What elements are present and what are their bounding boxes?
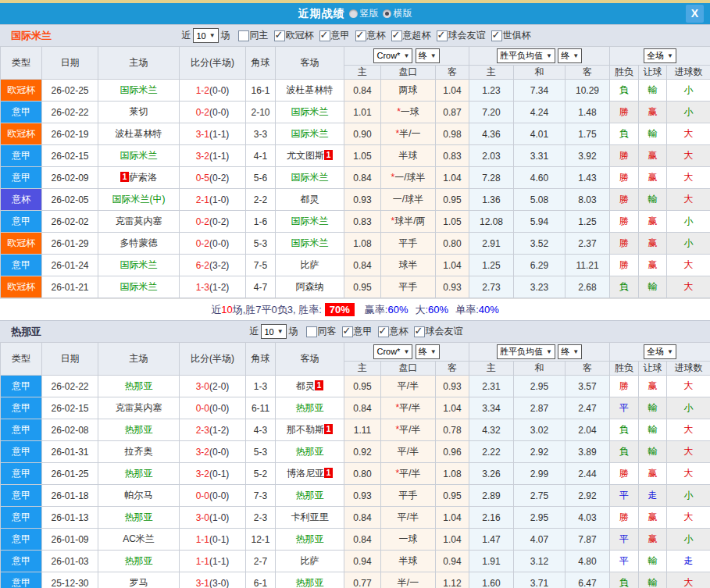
summary-stat-value: 60% [428, 304, 448, 315]
asian-home-odds: 0.84 [344, 255, 381, 276]
date-cell: 26-02-25 [42, 80, 98, 102]
final-odds-select[interactable]: 终▼ [416, 48, 440, 63]
asian-handicap-cell: 半球 [381, 145, 436, 167]
avg-odds-select[interactable]: 胜平负均值▼ [497, 344, 555, 359]
same-venue-checkbox[interactable] [306, 326, 317, 337]
select-value: 终 [561, 50, 569, 62]
away-team-name: 国际米兰 [291, 106, 329, 117]
avg-odds-select[interactable]: 胜平负均值▼ [497, 48, 555, 63]
avg-home-odds: 12.08 [469, 211, 514, 233]
league-checkbox[interactable] [342, 326, 353, 337]
date-cell: 26-01-03 [42, 551, 98, 572]
handicap-line: 平/半 [398, 511, 419, 522]
league-checkbox[interactable] [414, 326, 425, 337]
layout-radio-horizontal[interactable]: 横版 [383, 7, 412, 20]
result-goals-cell: 小 [667, 397, 710, 419]
close-button[interactable]: X [686, 5, 704, 23]
result-wdl-cell: 平 [610, 529, 639, 551]
layout-radio-vertical[interactable]: 竖版 [349, 7, 379, 20]
home-team-cell: 克雷莫内塞 [98, 397, 180, 419]
away-team-cell: 都灵1 [276, 376, 344, 397]
final-odds-select[interactable]: 终▼ [416, 344, 440, 359]
score-cell: 2-3(1-2) [180, 419, 246, 441]
column-header: 客场 [276, 343, 344, 376]
league-label: 世俱杯 [503, 29, 531, 42]
fulltime-score: 3-2 [196, 447, 209, 458]
match-row: 意甲26-02-15克雷莫内塞0-0(0-0)6-11热那亚0.84*平/半1.… [1, 397, 710, 419]
score-cell: 0-5(0-2) [180, 167, 246, 189]
league-label: 意甲 [331, 29, 350, 42]
radio-unselected-icon[interactable] [349, 9, 358, 18]
score-cell: 3-0(2-0) [180, 376, 246, 397]
home-team-cell: 热那亚 [98, 376, 180, 397]
result-handicap-cell: 輸 [639, 123, 667, 145]
league-checkbox[interactable] [274, 30, 285, 41]
date-cell: 26-02-05 [42, 189, 98, 211]
fulltime-score: 0-5 [196, 173, 209, 184]
same-venue-checkbox[interactable] [238, 30, 249, 41]
radio-selected-icon[interactable] [383, 9, 391, 18]
league-checkbox[interactable] [378, 326, 389, 337]
sub-column-header: 和 [514, 362, 566, 376]
league-checkbox[interactable] [491, 30, 502, 41]
results-table: 类型日期主场比分(半场)角球客场Crow*▼ 终▼胜平负均值▼ 终▼全场▼主盘口… [0, 342, 710, 588]
result-group-header: 全场▼ [610, 343, 710, 362]
odds-provider-select[interactable]: Crow*▼ [373, 48, 412, 63]
home-team-name: 莱切 [130, 106, 148, 117]
corner-cell: 2-2 [246, 189, 276, 211]
fulltime-score: 3-2 [196, 151, 209, 162]
avg-home-odds: 1.36 [469, 189, 514, 211]
avg-home-odds: 2.91 [469, 233, 514, 255]
avg-away-odds: 2.04 [566, 419, 610, 441]
titlebar: 近期战绩 竖版 横版 X [0, 3, 710, 24]
away-team-name: 热那亚 [296, 577, 324, 588]
result-handicap-cell: 赢 [639, 211, 667, 233]
corner-cell: 4-3 [246, 419, 276, 441]
home-team-name: 罗马 [130, 577, 148, 588]
fulltime-select[interactable]: 全场▼ [644, 48, 676, 63]
corner-cell: 3-3 [246, 123, 276, 145]
home-team-cell: 克雷莫内塞 [98, 211, 180, 233]
match-row: 意甲26-02-22莱切0-2(0-0)2-10国际米兰1.01*一球0.877… [1, 102, 710, 123]
fulltime-score: 0-2 [196, 238, 209, 249]
result-handicap-cell: 輸 [639, 572, 667, 588]
result-goals-cell: 走 [667, 551, 710, 572]
chevron-down-icon: ▼ [430, 348, 437, 355]
asian-handicap-cell: *平/半 [381, 397, 436, 419]
avg-final-select[interactable]: 终▼ [558, 48, 582, 63]
handicap-line: 半/一 [398, 577, 419, 588]
odds-provider-select[interactable]: Crow*▼ [373, 344, 412, 359]
avg-home-odds: 1.47 [469, 529, 514, 551]
asian-home-odds: 0.80 [344, 463, 381, 485]
home-team-name: 热那亚 [125, 555, 153, 566]
away-team-name: 博洛尼亚 [287, 468, 324, 479]
unit-label: 场 [289, 325, 298, 338]
asian-away-odds: 1.04 [436, 80, 469, 102]
league-checkbox[interactable] [391, 30, 402, 41]
league-checkbox[interactable] [355, 30, 366, 41]
home-team-name: 克雷莫内塞 [116, 402, 162, 413]
avg-home-odds: 1.25 [469, 255, 514, 276]
match-row: 欧冠杯26-02-25国际米兰1-2(0-0)16-1波杜基林特0.84两球1.… [1, 80, 710, 102]
avg-final-select[interactable]: 终▼ [558, 344, 582, 359]
asian-away-odds: 0.80 [436, 233, 469, 255]
avg-away-odds: 2.47 [566, 397, 610, 419]
avg-away-odds: 8.03 [566, 189, 610, 211]
avg-away-odds: 2.44 [566, 463, 610, 485]
corner-cell: 4-1 [246, 145, 276, 167]
fulltime-score: 6-2 [196, 260, 209, 271]
asian-home-odds: 0.84 [344, 529, 381, 551]
home-team-name: 多特蒙德 [120, 237, 158, 248]
league-checkbox[interactable] [437, 30, 448, 41]
team-sections-container: 国际米兰近10▼场同主欧冠杯意甲意杯意超杯球会友谊世俱杯类型日期主场比分(半场)… [0, 24, 710, 588]
asian-home-odds: 1.05 [344, 145, 381, 167]
avg-home-odds: 2.16 [469, 507, 514, 529]
games-count-select[interactable]: 10▼ [261, 324, 286, 339]
fulltime-select[interactable]: 全场▼ [644, 344, 676, 359]
fulltime-score: 3-0 [196, 512, 209, 523]
games-count-select[interactable]: 10▼ [193, 28, 218, 43]
league-type-cell: 意甲 [1, 167, 42, 189]
home-team-cell: 1萨索洛 [98, 167, 180, 189]
league-checkbox[interactable] [319, 30, 330, 41]
home-team-name: 国际米兰(中) [112, 194, 166, 205]
